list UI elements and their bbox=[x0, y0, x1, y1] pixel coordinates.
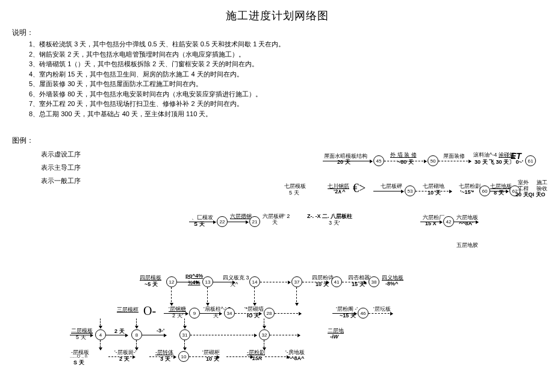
arrow-icon bbox=[184, 340, 185, 350]
node: 13 bbox=[202, 276, 213, 287]
act-label: 六层摁钢 bbox=[230, 213, 252, 220]
tuli-label: 图例： bbox=[12, 135, 542, 146]
arrow-icon bbox=[275, 313, 301, 314]
shuoming-item: 8、总工期 300 天，其中基础占 40 天，至主体封顶用 110 天。 bbox=[29, 109, 542, 119]
arrow-icon bbox=[136, 340, 137, 350]
act-dur: -3-' bbox=[157, 328, 164, 334]
shuoming-item: 4、室内粉刷 15 天，其中包括卫生间、厨房的防水施工 4 天的时间在内。 bbox=[29, 69, 542, 79]
act-dur: 10 天 bbox=[206, 355, 219, 363]
act-dots: ......O ., n bbox=[70, 354, 87, 358]
arrow-icon bbox=[265, 356, 289, 357]
node: 41 bbox=[331, 276, 342, 287]
arrow-icon bbox=[454, 222, 478, 222]
act-dur: 10 天 bbox=[316, 281, 329, 288]
arrow-icon bbox=[296, 287, 297, 305]
arrow-icon bbox=[260, 282, 290, 282]
node: 14 bbox=[249, 276, 260, 287]
node: 8 bbox=[131, 329, 142, 340]
act-dur: 15 天* bbox=[352, 281, 367, 288]
arrow-icon bbox=[323, 161, 372, 161]
arrow-icon bbox=[189, 222, 216, 222]
shuoming-item: 3、砖墙砌筑 1（）天，其中包括模板拆除 2 天、门窗框安装 2 天的时间在内。 bbox=[29, 59, 542, 69]
arrow-icon bbox=[142, 335, 166, 335]
arrow-icon bbox=[254, 287, 255, 305]
page-title: 施工进度计划网络图 bbox=[12, 8, 542, 23]
node: 46 bbox=[358, 308, 369, 319]
arrow-icon bbox=[228, 222, 248, 222]
node: 61 bbox=[525, 155, 536, 166]
shuoming-label: 说明： bbox=[12, 28, 542, 38]
act-label: 五层地胶 bbox=[456, 241, 478, 249]
arrow-icon bbox=[136, 319, 137, 328]
shuoming-item: 2、钢筋安装 2 天，其中包括水电暗管预埋时间在内（水电应穿插施工）。 bbox=[29, 49, 542, 60]
node: 4 bbox=[95, 329, 106, 340]
tuli-rows: 表示虚设工序 表示主导工序 表示一般工序 bbox=[41, 150, 542, 185]
act-dur: 3 天' bbox=[329, 219, 340, 227]
arrow-icon bbox=[164, 313, 188, 314]
act-label: pq^4% bbox=[185, 273, 203, 279]
tuli-item: 表示虚设工序 bbox=[41, 150, 542, 159]
act-dur: 天^ bbox=[230, 281, 238, 288]
symbol: O- bbox=[143, 304, 156, 318]
act-dur: 天 bbox=[213, 312, 219, 320]
act-dur: -iW bbox=[330, 334, 338, 340]
arrow-icon bbox=[420, 222, 442, 222]
arrow-icon bbox=[171, 287, 172, 305]
act-dur: '2∧^ bbox=[334, 188, 345, 194]
symbol: €> bbox=[353, 181, 366, 195]
node: 10 bbox=[178, 351, 189, 362]
arrow-icon bbox=[100, 340, 101, 350]
arrow-icon bbox=[108, 356, 135, 357]
node: 37 bbox=[291, 276, 302, 287]
node: 28 bbox=[264, 308, 275, 319]
arrow-icon bbox=[490, 191, 508, 191]
act-dur: ~80 天 bbox=[397, 158, 414, 166]
arrow-icon bbox=[190, 335, 257, 335]
act-dur: 10 天 bbox=[428, 189, 441, 197]
node: 45 bbox=[373, 155, 384, 166]
node: 34 bbox=[224, 308, 235, 319]
arrow-icon bbox=[416, 191, 452, 191]
arrow-icon bbox=[438, 161, 471, 161]
act-dur: ~5 天 bbox=[145, 281, 158, 288]
arrow-icon bbox=[270, 335, 300, 335]
tuli-item: 表示主导工序 bbox=[41, 163, 542, 172]
node: 42 bbox=[443, 216, 454, 227]
act-dur: 2 天 bbox=[114, 328, 125, 335]
network-diagram: 屋面水暗模板结构 20 天 45 外 墙 装 修 ~80 天 50 屋面装修 滚… bbox=[12, 190, 542, 392]
arrow-icon bbox=[369, 313, 393, 314]
shuoming-list: 1、楼板砼浇筑 3 天，其中包括分中弹线 0.5 天、柱筋安装 0.5 天和技术… bbox=[29, 39, 542, 119]
node: 12 bbox=[166, 276, 177, 287]
arrow-icon bbox=[184, 319, 185, 328]
node: 50 bbox=[428, 155, 438, 166]
act-dur: ¾4% bbox=[188, 279, 201, 285]
node: 21 bbox=[249, 216, 260, 227]
act-dur: 天 bbox=[272, 219, 278, 226]
shuoming-item: 7、室外工程 20 天，其中包括现场打扫卫生、修修补补 2 天的时间在内。 bbox=[29, 99, 542, 109]
act-dur: IO 天 bbox=[247, 312, 260, 320]
node: 9 bbox=[189, 308, 200, 319]
shuoming-item: 5、屋面装修 30 天，其中包括屋面防水工程施工时间在内。 bbox=[29, 79, 542, 89]
act-dur: -8%^ bbox=[385, 281, 398, 287]
act-label: '层坛板 bbox=[373, 305, 391, 313]
act-label: 屋面装修 bbox=[443, 152, 465, 160]
arrow-icon bbox=[332, 313, 356, 314]
act-dur: '~15'* bbox=[460, 189, 474, 195]
arrow-icon bbox=[70, 335, 93, 335]
node: 22 bbox=[217, 216, 228, 227]
act-dur: 20 天QI 天O bbox=[515, 191, 546, 199]
arrow-icon bbox=[264, 340, 264, 350]
arrow-icon bbox=[207, 287, 208, 305]
node: 38 bbox=[369, 276, 379, 287]
node: 53 bbox=[405, 185, 416, 196]
shuoming-item: 6、外墙装修 80 天，其中包括水电安装时间在内（水电安装应穿插进行施工）。 bbox=[29, 89, 542, 99]
arrow-icon bbox=[100, 319, 101, 328]
node: 60 bbox=[479, 185, 490, 196]
act-label: 三层模框 bbox=[117, 306, 138, 314]
arrow-icon bbox=[264, 319, 264, 328]
node: 32 bbox=[259, 329, 270, 340]
arrow-icon bbox=[373, 191, 403, 191]
act-dur: 20 天 bbox=[337, 158, 350, 166]
arrow-icon bbox=[149, 356, 176, 357]
act-dur: ^^8A^ bbox=[288, 355, 304, 361]
